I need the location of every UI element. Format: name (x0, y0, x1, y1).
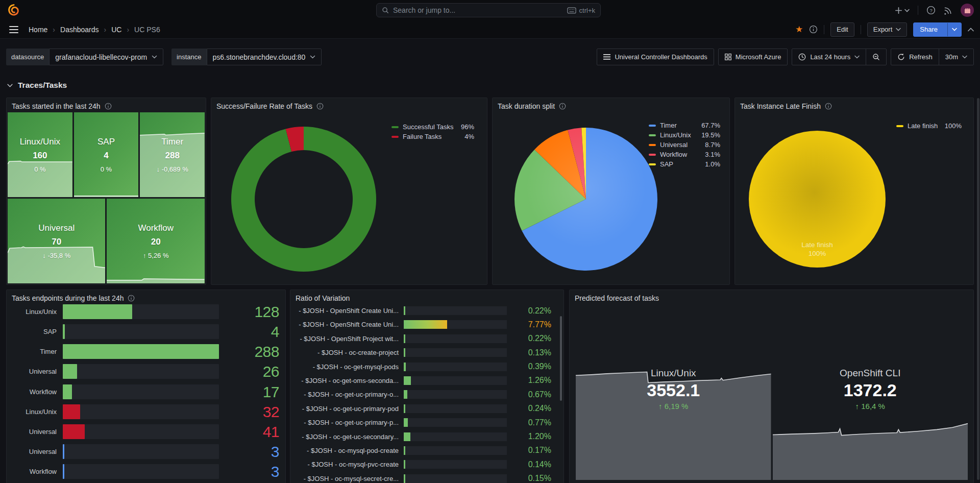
top-bar: Search or jump to... ctrl+k ? (0, 0, 980, 21)
search-input[interactable]: Search or jump to... ctrl+k (376, 3, 601, 17)
bar-fill[interactable] (404, 404, 405, 413)
variable-instance: instance ps6.stonebranchdev.cloud:80 (172, 49, 322, 65)
bar-fill[interactable] (404, 363, 406, 371)
bar-fill[interactable] (404, 460, 405, 469)
stat-tile-timer[interactable]: Timer 288 ↓ -0,689 % (140, 112, 205, 197)
bar-track (404, 418, 507, 427)
panel-header[interactable]: Tasks endpoints during the last 24h (7, 290, 285, 305)
stat-name: Linux/Unix (20, 137, 60, 147)
legend-item[interactable]: Linux/Unix19.5% (649, 132, 720, 138)
legend-value: 8.7% (705, 141, 720, 149)
zoom-out-button[interactable] (866, 49, 886, 65)
bar-track (404, 348, 507, 357)
bar-fill[interactable] (63, 304, 132, 319)
breadcrumb-home[interactable]: Home (29, 26, 47, 34)
legend-item[interactable]: Late finish100% (896, 123, 962, 129)
collapse-topbar-icon[interactable] (968, 28, 974, 32)
info-icon[interactable] (128, 295, 135, 302)
bar-fill[interactable] (404, 474, 405, 483)
export-button[interactable]: Export (867, 22, 908, 37)
mega-menu-toggle[interactable] (6, 23, 21, 36)
variation-label: - $JOSH - oc-get-uc-primary-pod (297, 405, 404, 413)
favorite-star-icon[interactable]: ★ (795, 25, 803, 34)
bar-fill[interactable] (63, 384, 72, 399)
row-traces-tasks[interactable]: Traces/Tasks (7, 81, 67, 90)
stat-delta: ↓ -35,8 % (42, 252, 70, 259)
bar-track (404, 404, 507, 413)
grafana-logo[interactable] (7, 4, 20, 17)
refresh-interval-select[interactable]: 30m (939, 49, 973, 65)
variation-label: - $JOSH - oc-get-uc-primary-o... (297, 391, 404, 398)
bar-fill[interactable] (63, 444, 64, 459)
info-icon[interactable] (105, 103, 112, 110)
dashboard-info-icon[interactable] (809, 25, 818, 34)
legend-color-dash (649, 163, 656, 165)
forecast-stat-linux-unix[interactable]: Linux/Unix 3552.1 ↑ 6,19 % (576, 307, 771, 480)
variable-label: datasource (6, 49, 49, 65)
legend-item[interactable]: Universal8.7% (649, 141, 720, 148)
edit-button[interactable]: Edit (830, 22, 854, 37)
page-scrollbar-thumb[interactable] (977, 98, 979, 480)
news-button[interactable] (944, 6, 952, 15)
variation-label: - $JOSH - oc-mysql-pvc-create (297, 461, 404, 468)
bar-fill[interactable] (404, 334, 405, 343)
legend-item[interactable]: Workflow3.1% (649, 151, 720, 158)
bar-fill[interactable] (404, 320, 447, 329)
panel-scrollbar-thumb[interactable] (560, 316, 562, 401)
legend-item[interactable]: Timer67.7% (649, 122, 720, 129)
breadcrumb: Home › Dashboards › UC › UC PS6 (29, 26, 160, 34)
breadcrumb-dashboards[interactable]: Dashboards (60, 26, 99, 34)
variation-label: - $JOSH - oc-get-uc-primary-p... (297, 419, 404, 426)
bar-track (404, 446, 507, 455)
stat-tile-workflow[interactable]: Workflow 20 ↑ 5,26 % (107, 199, 205, 283)
help-button[interactable]: ? (926, 6, 936, 15)
bar-fill[interactable] (63, 464, 64, 479)
bar-fill[interactable] (63, 404, 80, 419)
datasource-select[interactable]: grafanacloud-libellecov-prom (49, 49, 163, 65)
keyboard-icon (567, 7, 576, 14)
bar-fill[interactable] (404, 306, 405, 315)
legend-item[interactable]: Successful Tasks96% (391, 124, 474, 130)
stat-name: Timer (161, 137, 183, 147)
stat-text: Linux/Unix 3552.1 ↑ 6,19 % (576, 367, 771, 412)
panel-header[interactable]: Tasks started in the last 24h (7, 98, 206, 113)
forecast-stat-openshift-cli[interactable]: OpenShift CLI 1372.2 ↑ 16,4 % (773, 307, 968, 480)
stat-tile-sap[interactable]: SAP 4 0 % (74, 112, 139, 197)
instance-select[interactable]: ps6.stonebranchdev.cloud:80 (207, 49, 322, 65)
bar-fill[interactable] (63, 324, 65, 339)
bar-fill[interactable] (404, 446, 405, 455)
rss-icon (944, 6, 952, 15)
bar-fill[interactable] (63, 364, 77, 379)
stat-name: Workflow (138, 223, 174, 233)
azure-dashboards-button[interactable]: Microsoft Azure (718, 49, 788, 65)
controller-dashboards-button[interactable]: Univeral Controller Dashboards (597, 49, 714, 65)
top-bar-actions: ? (895, 0, 974, 20)
stat-name: Linux/Unix (576, 367, 771, 379)
endpoint-value: 26 (226, 364, 279, 379)
bar-track (63, 304, 219, 319)
share-button[interactable]: Share (914, 23, 944, 36)
stat-tile-universal[interactable]: Universal 70 ↓ -35,8 % (8, 199, 105, 283)
panel-header[interactable]: Ratio of Variation (290, 290, 564, 305)
refresh-button[interactable]: Refresh (891, 49, 939, 65)
search-placeholder: Search or jump to... (393, 6, 455, 14)
bar-fill[interactable] (404, 418, 408, 427)
add-new-button[interactable] (895, 7, 910, 14)
legend-item[interactable]: Failure Tasks4% (391, 133, 474, 140)
bar-fill[interactable] (404, 432, 410, 441)
bar-fill[interactable] (404, 376, 411, 385)
bar-fill[interactable] (404, 348, 405, 357)
bar-fill[interactable] (404, 390, 407, 399)
share-menu-caret[interactable] (947, 23, 961, 36)
user-avatar[interactable] (961, 4, 974, 17)
panel-task-duration-split: Task duration split Timer67.7%Linux/Unix… (492, 98, 730, 285)
time-range-picker[interactable]: Last 24 hours (792, 49, 866, 65)
breadcrumb-separator: › (127, 26, 129, 34)
breadcrumb-folder[interactable]: UC (111, 26, 121, 34)
panel-header[interactable]: Predicted forecast of tasks (570, 290, 973, 305)
bar-track (404, 334, 507, 343)
bar-fill[interactable] (63, 344, 219, 359)
stat-tile-linux-unix[interactable]: Linux/Unix 160 0 % (8, 112, 72, 197)
legend-item[interactable]: SAP1.0% (649, 161, 720, 167)
bar-fill[interactable] (63, 424, 85, 439)
